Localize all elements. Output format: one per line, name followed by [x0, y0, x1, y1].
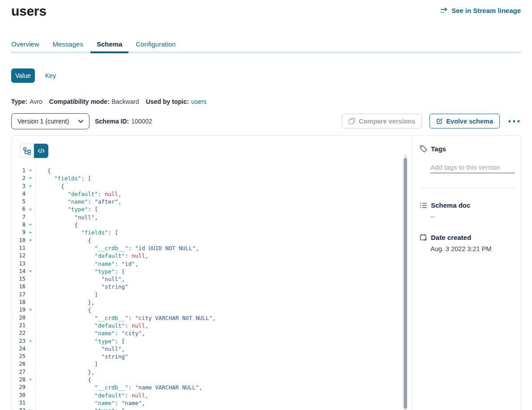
- line-number: 4: [12, 190, 26, 198]
- line-number: 15: [12, 275, 26, 283]
- tab-overview[interactable]: Overview: [11, 40, 39, 49]
- more-options-button[interactable]: [507, 119, 521, 124]
- stream-lineage-link[interactable]: See in Stream lineage: [440, 7, 521, 14]
- fold-toggle-icon[interactable]: [29, 270, 32, 273]
- code-line: 8 {: [12, 221, 404, 229]
- evolve-schema-button[interactable]: Evolve schema: [430, 114, 500, 128]
- code-line: 13 "name": "id",: [12, 260, 404, 268]
- topic-link[interactable]: users: [191, 98, 206, 105]
- date-created-heading: Date created: [431, 234, 471, 241]
- code-text: {: [35, 221, 78, 229]
- schema-card: 1{2 "fields": [3 {4 "default": null,5 "n…: [11, 135, 521, 410]
- code-line: 23 "type": [: [12, 337, 404, 345]
- fold-slot: [26, 224, 35, 226]
- code-text: "default": null,: [35, 252, 149, 260]
- date-created-section-header: Date created: [420, 234, 471, 241]
- evolve-schema-icon: [436, 118, 443, 124]
- code-text: "fields": [: [35, 175, 91, 182]
- code-text: },: [35, 368, 94, 376]
- compare-versions-button[interactable]: Compare versions: [342, 114, 422, 128]
- fold-toggle-icon[interactable]: [29, 309, 32, 311]
- code-line: 19 {: [12, 306, 404, 314]
- evolve-schema-label: Evolve schema: [446, 118, 493, 125]
- value-key-toggle: Value Key: [11, 68, 60, 83]
- code-text: "name": "name",: [35, 399, 145, 407]
- fold-slot: [26, 232, 35, 234]
- line-number: 8: [12, 221, 26, 229]
- code-text: "default": null,: [35, 190, 122, 198]
- line-number: 29: [12, 384, 26, 391]
- tab-value[interactable]: Value: [11, 68, 35, 83]
- meta-topic-label: Used by topic:: [146, 98, 189, 105]
- code-line: 21 "default": null,: [12, 322, 404, 329]
- schema-doc-section-header: Schema doc: [420, 201, 470, 209]
- code-line: 5 "name": "after",: [12, 198, 404, 205]
- fold-toggle-icon[interactable]: [29, 209, 32, 211]
- schema-id-label: Schema ID:: [95, 118, 129, 125]
- schema-sidebar: Tags Schema doc --: [412, 136, 521, 410]
- line-number: 18: [12, 299, 26, 306]
- tags-heading: Tags: [431, 145, 446, 153]
- code-line: 22 "name": "city",: [12, 329, 404, 337]
- code-line: 20 "__crdb__": "city VARCHAR NOT NULL",: [12, 314, 404, 322]
- version-select[interactable]: Version 1 (current): [11, 113, 89, 129]
- schema-doc-icon: [420, 202, 427, 209]
- code-text: {: [35, 167, 51, 175]
- fold-toggle-icon[interactable]: [29, 379, 32, 381]
- code-text: "name": "id",: [35, 260, 138, 268]
- tree-view-button[interactable]: [20, 144, 34, 158]
- more-options-icon: [508, 120, 520, 123]
- line-number: 20: [12, 314, 26, 322]
- fold-toggle-icon[interactable]: [29, 170, 32, 172]
- page-title: users: [11, 4, 47, 19]
- fold-slot: [26, 177, 35, 179]
- chevron-down-icon: [78, 120, 83, 123]
- code-line: 32 "type": [: [12, 407, 404, 410]
- line-number: 17: [12, 291, 26, 299]
- code-text: "__crdb__": "city VARCHAR NOT NULL",: [35, 314, 216, 322]
- fold-toggle-icon[interactable]: [29, 177, 32, 179]
- line-number: 2: [12, 175, 26, 182]
- stream-lineage-icon: [440, 8, 448, 14]
- code-text: {: [35, 237, 91, 244]
- line-number: 16: [12, 283, 26, 290]
- code-line: 14 "type": [: [12, 268, 404, 275]
- meta-type-value: Avro: [30, 98, 43, 105]
- tab-key[interactable]: Key: [41, 68, 60, 83]
- code-line: 1{: [12, 167, 404, 175]
- line-number: 22: [12, 329, 26, 337]
- tab-bar: OverviewMessagesSchemaConfiguration: [11, 40, 176, 49]
- code-text: "null",: [35, 275, 125, 283]
- code-text: "type": [: [35, 407, 125, 410]
- tab-schema[interactable]: Schema: [97, 40, 123, 49]
- code-text: "string": [35, 353, 128, 360]
- stream-lineage-label: See in Stream lineage: [451, 7, 521, 14]
- code-text: "type": [: [35, 268, 125, 275]
- fold-toggle-icon[interactable]: [29, 340, 32, 342]
- code-text: "fields": [: [35, 229, 118, 236]
- code-text: "name": "city",: [35, 329, 145, 337]
- tab-messages[interactable]: Messages: [53, 40, 83, 49]
- line-number: 28: [12, 376, 26, 384]
- fold-toggle-icon[interactable]: [29, 224, 32, 226]
- code-scrollbar-thumb[interactable]: [404, 158, 407, 409]
- line-number: 13: [12, 260, 26, 268]
- line-number: 24: [12, 345, 26, 353]
- line-number: 11: [12, 244, 26, 252]
- code-text: ]: [35, 360, 98, 368]
- code-view-icon: [38, 148, 45, 154]
- fold-toggle-icon[interactable]: [29, 232, 32, 234]
- line-number: 7: [12, 214, 26, 221]
- tab-configuration[interactable]: Configuration: [136, 40, 175, 49]
- date-created-value: Aug. 3 2022 3:21 PM: [430, 245, 491, 252]
- fold-slot: [26, 309, 35, 311]
- fold-toggle-icon[interactable]: [29, 185, 32, 188]
- code-line: 31 "name": "name",: [12, 399, 404, 407]
- fold-slot: [26, 209, 35, 211]
- fold-toggle-icon[interactable]: [29, 239, 32, 242]
- code-scrollbar[interactable]: [404, 154, 407, 410]
- tags-input[interactable]: [430, 162, 515, 173]
- meta-type-label: Type:: [11, 98, 27, 105]
- code-text: "null",: [35, 345, 125, 353]
- code-view-button[interactable]: [34, 144, 48, 158]
